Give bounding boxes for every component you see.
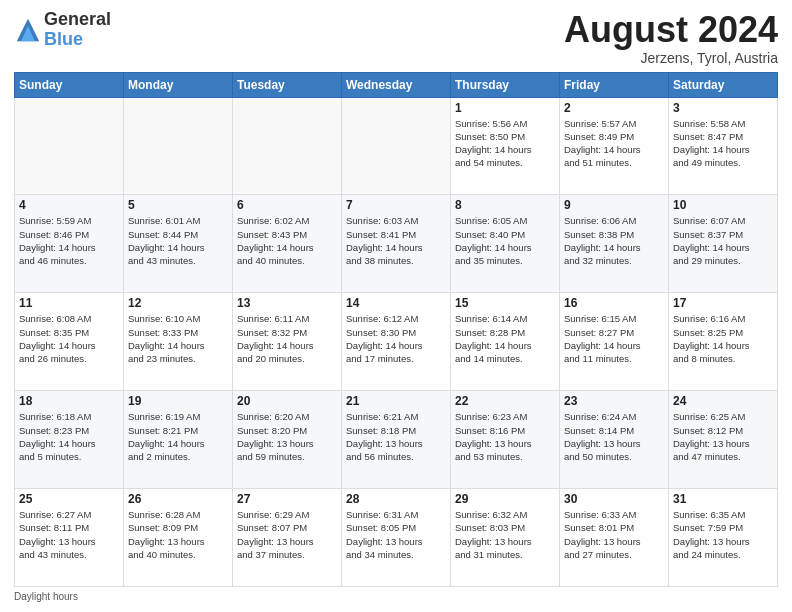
week-row-3: 11Sunrise: 6:08 AM Sunset: 8:35 PM Dayli… — [15, 293, 778, 391]
day-number: 7 — [346, 198, 446, 212]
col-monday: Monday — [124, 72, 233, 97]
day-number: 1 — [455, 101, 555, 115]
day-info: Sunrise: 5:59 AM Sunset: 8:46 PM Dayligh… — [19, 214, 119, 267]
location: Jerzens, Tyrol, Austria — [564, 50, 778, 66]
day-number: 24 — [673, 394, 773, 408]
calendar-cell: 9Sunrise: 6:06 AM Sunset: 8:38 PM Daylig… — [560, 195, 669, 293]
calendar-cell: 29Sunrise: 6:32 AM Sunset: 8:03 PM Dayli… — [451, 489, 560, 587]
calendar-cell: 3Sunrise: 5:58 AM Sunset: 8:47 PM Daylig… — [669, 97, 778, 195]
calendar-cell: 17Sunrise: 6:16 AM Sunset: 8:25 PM Dayli… — [669, 293, 778, 391]
day-number: 8 — [455, 198, 555, 212]
calendar-cell: 13Sunrise: 6:11 AM Sunset: 8:32 PM Dayli… — [233, 293, 342, 391]
page: General Blue August 2024 Jerzens, Tyrol,… — [0, 0, 792, 612]
calendar-cell: 21Sunrise: 6:21 AM Sunset: 8:18 PM Dayli… — [342, 391, 451, 489]
header: General Blue August 2024 Jerzens, Tyrol,… — [14, 10, 778, 66]
day-number: 2 — [564, 101, 664, 115]
day-number: 16 — [564, 296, 664, 310]
calendar-cell: 18Sunrise: 6:18 AM Sunset: 8:23 PM Dayli… — [15, 391, 124, 489]
day-number: 25 — [19, 492, 119, 506]
calendar-cell: 11Sunrise: 6:08 AM Sunset: 8:35 PM Dayli… — [15, 293, 124, 391]
day-info: Sunrise: 6:18 AM Sunset: 8:23 PM Dayligh… — [19, 410, 119, 463]
calendar-cell: 30Sunrise: 6:33 AM Sunset: 8:01 PM Dayli… — [560, 489, 669, 587]
calendar-cell: 6Sunrise: 6:02 AM Sunset: 8:43 PM Daylig… — [233, 195, 342, 293]
calendar-cell: 7Sunrise: 6:03 AM Sunset: 8:41 PM Daylig… — [342, 195, 451, 293]
day-number: 30 — [564, 492, 664, 506]
day-info: Sunrise: 6:33 AM Sunset: 8:01 PM Dayligh… — [564, 508, 664, 561]
col-sunday: Sunday — [15, 72, 124, 97]
day-info: Sunrise: 6:01 AM Sunset: 8:44 PM Dayligh… — [128, 214, 228, 267]
calendar-cell: 27Sunrise: 6:29 AM Sunset: 8:07 PM Dayli… — [233, 489, 342, 587]
day-info: Sunrise: 6:32 AM Sunset: 8:03 PM Dayligh… — [455, 508, 555, 561]
calendar-cell: 14Sunrise: 6:12 AM Sunset: 8:30 PM Dayli… — [342, 293, 451, 391]
day-info: Sunrise: 6:12 AM Sunset: 8:30 PM Dayligh… — [346, 312, 446, 365]
day-number: 28 — [346, 492, 446, 506]
calendar-cell — [233, 97, 342, 195]
day-info: Sunrise: 6:15 AM Sunset: 8:27 PM Dayligh… — [564, 312, 664, 365]
day-info: Sunrise: 6:05 AM Sunset: 8:40 PM Dayligh… — [455, 214, 555, 267]
day-info: Sunrise: 6:21 AM Sunset: 8:18 PM Dayligh… — [346, 410, 446, 463]
day-number: 12 — [128, 296, 228, 310]
day-number: 13 — [237, 296, 337, 310]
calendar-cell — [15, 97, 124, 195]
day-info: Sunrise: 6:20 AM Sunset: 8:20 PM Dayligh… — [237, 410, 337, 463]
logo: General Blue — [14, 10, 111, 50]
day-info: Sunrise: 5:58 AM Sunset: 8:47 PM Dayligh… — [673, 117, 773, 170]
col-friday: Friday — [560, 72, 669, 97]
day-number: 10 — [673, 198, 773, 212]
week-row-1: 1Sunrise: 5:56 AM Sunset: 8:50 PM Daylig… — [15, 97, 778, 195]
calendar-cell — [342, 97, 451, 195]
day-info: Sunrise: 6:25 AM Sunset: 8:12 PM Dayligh… — [673, 410, 773, 463]
calendar-cell: 28Sunrise: 6:31 AM Sunset: 8:05 PM Dayli… — [342, 489, 451, 587]
day-info: Sunrise: 6:31 AM Sunset: 8:05 PM Dayligh… — [346, 508, 446, 561]
day-number: 18 — [19, 394, 119, 408]
calendar-cell: 31Sunrise: 6:35 AM Sunset: 7:59 PM Dayli… — [669, 489, 778, 587]
logo-text: General Blue — [44, 10, 111, 50]
calendar-cell: 22Sunrise: 6:23 AM Sunset: 8:16 PM Dayli… — [451, 391, 560, 489]
calendar-cell: 23Sunrise: 6:24 AM Sunset: 8:14 PM Dayli… — [560, 391, 669, 489]
calendar-cell: 5Sunrise: 6:01 AM Sunset: 8:44 PM Daylig… — [124, 195, 233, 293]
calendar-cell: 10Sunrise: 6:07 AM Sunset: 8:37 PM Dayli… — [669, 195, 778, 293]
col-tuesday: Tuesday — [233, 72, 342, 97]
calendar-cell: 15Sunrise: 6:14 AM Sunset: 8:28 PM Dayli… — [451, 293, 560, 391]
day-info: Sunrise: 6:19 AM Sunset: 8:21 PM Dayligh… — [128, 410, 228, 463]
day-number: 31 — [673, 492, 773, 506]
col-wednesday: Wednesday — [342, 72, 451, 97]
logo-general: General — [44, 10, 111, 30]
day-number: 22 — [455, 394, 555, 408]
calendar-cell: 2Sunrise: 5:57 AM Sunset: 8:49 PM Daylig… — [560, 97, 669, 195]
logo-icon — [14, 16, 42, 44]
day-number: 3 — [673, 101, 773, 115]
col-thursday: Thursday — [451, 72, 560, 97]
col-saturday: Saturday — [669, 72, 778, 97]
day-info: Sunrise: 6:08 AM Sunset: 8:35 PM Dayligh… — [19, 312, 119, 365]
day-info: Sunrise: 6:27 AM Sunset: 8:11 PM Dayligh… — [19, 508, 119, 561]
day-info: Sunrise: 5:57 AM Sunset: 8:49 PM Dayligh… — [564, 117, 664, 170]
day-number: 14 — [346, 296, 446, 310]
day-info: Sunrise: 5:56 AM Sunset: 8:50 PM Dayligh… — [455, 117, 555, 170]
day-number: 19 — [128, 394, 228, 408]
day-info: Sunrise: 6:29 AM Sunset: 8:07 PM Dayligh… — [237, 508, 337, 561]
day-info: Sunrise: 6:07 AM Sunset: 8:37 PM Dayligh… — [673, 214, 773, 267]
footer-note: Daylight hours — [14, 591, 778, 602]
calendar-cell: 8Sunrise: 6:05 AM Sunset: 8:40 PM Daylig… — [451, 195, 560, 293]
calendar-cell — [124, 97, 233, 195]
day-number: 17 — [673, 296, 773, 310]
day-number: 20 — [237, 394, 337, 408]
day-info: Sunrise: 6:11 AM Sunset: 8:32 PM Dayligh… — [237, 312, 337, 365]
day-number: 9 — [564, 198, 664, 212]
day-number: 5 — [128, 198, 228, 212]
title-block: August 2024 Jerzens, Tyrol, Austria — [564, 10, 778, 66]
day-info: Sunrise: 6:06 AM Sunset: 8:38 PM Dayligh… — [564, 214, 664, 267]
day-info: Sunrise: 6:24 AM Sunset: 8:14 PM Dayligh… — [564, 410, 664, 463]
day-info: Sunrise: 6:14 AM Sunset: 8:28 PM Dayligh… — [455, 312, 555, 365]
day-number: 4 — [19, 198, 119, 212]
calendar-cell: 1Sunrise: 5:56 AM Sunset: 8:50 PM Daylig… — [451, 97, 560, 195]
day-number: 11 — [19, 296, 119, 310]
day-number: 27 — [237, 492, 337, 506]
month-title: August 2024 — [564, 10, 778, 50]
calendar-header-row: Sunday Monday Tuesday Wednesday Thursday… — [15, 72, 778, 97]
week-row-5: 25Sunrise: 6:27 AM Sunset: 8:11 PM Dayli… — [15, 489, 778, 587]
day-number: 29 — [455, 492, 555, 506]
day-info: Sunrise: 6:35 AM Sunset: 7:59 PM Dayligh… — [673, 508, 773, 561]
day-info: Sunrise: 6:03 AM Sunset: 8:41 PM Dayligh… — [346, 214, 446, 267]
